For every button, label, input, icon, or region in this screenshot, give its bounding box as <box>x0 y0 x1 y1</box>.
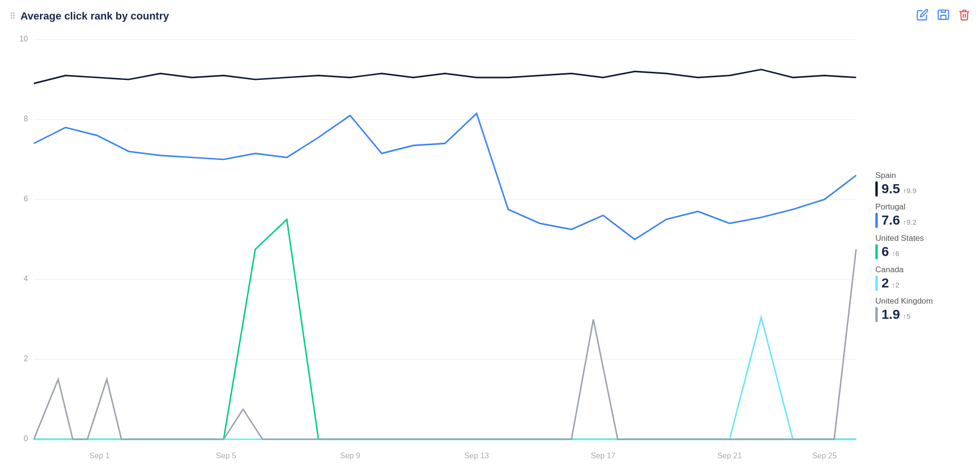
edit-button[interactable] <box>916 9 929 24</box>
legend-uk-color <box>875 307 878 322</box>
svg-rect-1 <box>941 15 946 20</box>
legend-us-label: United States <box>875 234 966 243</box>
legend-canada-color <box>875 276 878 291</box>
svg-text:6: 6 <box>24 194 28 203</box>
chart-area: 10 8 6 4 2 0 <box>10 30 970 469</box>
legend-item-spain: Spain 9.5 ↑9.9 <box>875 171 966 197</box>
legend-us-sub: ↑6 <box>892 249 900 257</box>
svg-text:8: 8 <box>24 114 28 123</box>
legend-us-color <box>875 244 878 259</box>
legend-item-portugal: Portugal 7.6 ↑9.2 <box>875 202 966 228</box>
legend-portugal-sub: ↑9.2 <box>903 218 916 226</box>
united-kingdom-line <box>34 249 856 439</box>
canada-line <box>34 317 856 439</box>
delete-button[interactable] <box>958 9 970 24</box>
legend-uk-sub: ↑5 <box>903 312 911 320</box>
legend-item-us: United States 6 ↑6 <box>875 234 966 259</box>
svg-text:10: 10 <box>20 34 28 43</box>
save-button[interactable] <box>937 9 950 24</box>
legend-portugal-color <box>875 213 878 228</box>
legend-uk-label: United Kingdom <box>875 296 966 306</box>
legend-item-uk: United Kingdom 1.9 ↑5 <box>875 296 966 322</box>
spain-line <box>34 69 856 83</box>
svg-text:2: 2 <box>24 354 28 363</box>
svg-text:Sep 25: Sep 25 <box>812 451 837 460</box>
svg-text:Sep 21: Sep 21 <box>717 451 742 460</box>
svg-text:Sep 9: Sep 9 <box>340 451 361 460</box>
united-states-line <box>34 219 856 439</box>
legend-canada-sub: ↑2 <box>892 281 900 289</box>
chart-header: ⠿ Average click rank by country <box>10 9 970 24</box>
legend-canada-value: 2 <box>882 276 889 291</box>
svg-text:Sep 5: Sep 5 <box>216 451 236 460</box>
svg-text:Sep 13: Sep 13 <box>464 451 489 460</box>
svg-text:Sep 1: Sep 1 <box>89 451 110 460</box>
header-action-icons <box>916 9 970 24</box>
legend-portugal-value: 7.6 <box>882 213 900 228</box>
legend-uk-value: 1.9 <box>882 307 900 322</box>
legend-portugal-label: Portugal <box>875 202 966 212</box>
svg-text:4: 4 <box>24 274 28 283</box>
drag-handle-icon[interactable]: ⠿ <box>10 11 16 21</box>
legend-spain-color <box>875 181 878 197</box>
chart-title: Average click rank by country <box>20 10 169 22</box>
portugal-line <box>34 113 856 239</box>
legend-spain-sub: ↑9.9 <box>903 187 916 195</box>
legend-spain-label: Spain <box>875 171 966 180</box>
legend-item-canada: Canada 2 ↑2 <box>875 265 966 291</box>
chart-svg-container: 10 8 6 4 2 0 <box>10 30 866 469</box>
svg-text:0: 0 <box>24 434 28 443</box>
legend-spain-value: 9.5 <box>882 181 900 197</box>
legend-us-value: 6 <box>882 244 889 259</box>
svg-text:Sep 17: Sep 17 <box>591 451 616 460</box>
chart-legend: Spain 9.5 ↑9.9 Portugal 7.6 ↑9.2 <box>866 30 970 469</box>
legend-canada-label: Canada <box>875 265 966 275</box>
